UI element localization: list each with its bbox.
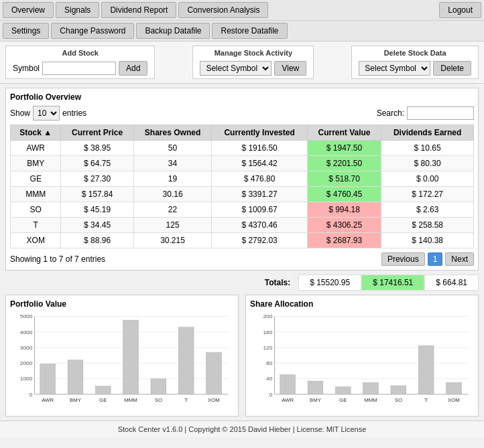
svg-text:GE: GE — [99, 397, 107, 403]
nav-backup-datafile[interactable]: Backup Datafile — [136, 23, 210, 39]
delete-stock-group: Delete Stock Data Select Symbol Delete — [351, 46, 479, 79]
totals-invested: $ 15520.95 — [298, 275, 361, 291]
totals-row: Totals: $ 15520.95 $ 17416.51 $ 664.81 — [5, 275, 479, 291]
svg-text:5000: 5000 — [20, 314, 33, 320]
entries-select[interactable]: 10 — [33, 106, 60, 121]
nav-dividend-report[interactable]: Dividend Report — [101, 2, 176, 18]
manage-stock-select[interactable]: Select Symbol — [200, 61, 271, 76]
table-row: MMM$ 157.8430.16$ 3391.27$ 4760.45$ 172.… — [11, 187, 474, 202]
table-row: T$ 34.45125$ 4370.46$ 4306.25$ 258.58 — [11, 218, 474, 233]
svg-text:0: 0 — [269, 392, 273, 398]
showing-text: Showing 1 to 7 of 7 entries — [10, 254, 105, 264]
footer: Stock Center v1.6.0 | Copyright © 2015 D… — [0, 421, 484, 437]
totals-label: Totals: — [257, 275, 298, 290]
search-box: Search: — [377, 106, 474, 120]
col-value: Current Value — [307, 125, 381, 141]
view-button[interactable]: View — [274, 61, 306, 76]
col-dividends: Dividends Earned — [381, 125, 474, 141]
delete-stock-label: Delete Stock Data — [384, 49, 446, 57]
pagination: Showing 1 to 7 of 7 entries Previous 1 N… — [10, 252, 474, 266]
svg-rect-52 — [446, 382, 462, 394]
nav-restore-datafile[interactable]: Restore Datafile — [212, 23, 287, 39]
chart1-area: 010002000300040005000AWRBMYGEMMMSOTXOM — [10, 311, 234, 412]
table-row: BMY$ 64.7534$ 1564.42$ 2201.50$ 80.30 — [11, 156, 474, 171]
show-entries: Show 10 entries — [10, 106, 86, 121]
svg-text:0: 0 — [29, 392, 33, 398]
symbol-label: Symbol — [13, 64, 40, 73]
svg-text:XOM: XOM — [208, 397, 220, 403]
chart2-title: Share Allocation — [250, 299, 474, 309]
portfolio-section: Portfolio Overview Show 10 entries Searc… — [5, 88, 479, 271]
page-number[interactable]: 1 — [428, 252, 443, 266]
add-stock-button[interactable]: Add — [119, 61, 147, 76]
chart2-area: 04080120160200AWRBMYGEMMMSOTXOM — [250, 311, 474, 412]
search-label: Search: — [377, 108, 404, 118]
nav-settings[interactable]: Settings — [3, 23, 49, 39]
table-row: GE$ 27.3019$ 476.80$ 518.70$ 0.00 — [11, 171, 474, 187]
col-price: Current Price — [61, 125, 133, 141]
nav-overview[interactable]: Overview — [3, 2, 54, 18]
add-stock-group: Add Stock Symbol Add — [5, 46, 155, 79]
search-input[interactable] — [407, 106, 474, 120]
prev-button[interactable]: Previous — [381, 252, 425, 266]
svg-rect-48 — [391, 386, 406, 394]
totals-dividends: $ 664.81 — [424, 275, 479, 291]
nav-bar-2: Settings Change Password Backup Datafile… — [0, 21, 484, 42]
svg-rect-40 — [280, 375, 296, 394]
nav-conversion-analysis[interactable]: Conversion Analysis — [178, 2, 268, 18]
portfolio-value-chart: Portfolio Value 010002000300040005000AWR… — [5, 295, 239, 417]
add-stock-label: Add Stock — [62, 49, 98, 57]
delete-stock-select[interactable]: Select Symbol — [359, 61, 430, 76]
top-section: Add Stock Symbol Add Manage Stock Activi… — [0, 42, 484, 84]
svg-text:BMY: BMY — [310, 397, 321, 403]
col-invested: Currently Invested — [212, 125, 307, 141]
charts-section: Portfolio Value 010002000300040005000AWR… — [5, 295, 479, 417]
svg-rect-21 — [151, 379, 166, 394]
svg-text:SO: SO — [155, 397, 163, 403]
manage-stock-label: Manage Stock Activity — [215, 49, 292, 57]
svg-rect-50 — [418, 346, 434, 394]
svg-text:MMM: MMM — [124, 397, 137, 403]
svg-rect-23 — [178, 327, 194, 394]
share-allocation-chart: Share Allocation 04080120160200AWRBMYGEM… — [245, 295, 479, 417]
svg-text:3000: 3000 — [20, 345, 33, 351]
svg-text:40: 40 — [266, 376, 273, 382]
nav-signals[interactable]: Signals — [56, 2, 99, 18]
svg-text:4000: 4000 — [20, 329, 33, 335]
svg-text:2000: 2000 — [20, 360, 33, 366]
entries-label: entries — [62, 108, 86, 118]
manage-stock-group: Manage Stock Activity Select Symbol View — [192, 46, 314, 79]
svg-rect-42 — [308, 381, 323, 394]
table-row: AWR$ 38.9550$ 1916.50$ 1947.50$ 10.65 — [11, 141, 474, 156]
totals-value: $ 17416.51 — [361, 275, 424, 291]
chart1-title: Portfolio Value — [10, 299, 234, 309]
next-button[interactable]: Next — [445, 252, 474, 266]
delete-button[interactable]: Delete — [433, 61, 471, 76]
symbol-input[interactable] — [42, 62, 116, 75]
svg-rect-15 — [68, 360, 83, 394]
svg-text:1000: 1000 — [20, 376, 33, 382]
table-row: SO$ 45.1922$ 1009.67$ 994.18$ 2.63 — [11, 202, 474, 218]
nav-logout[interactable]: Logout — [439, 2, 481, 18]
svg-rect-25 — [206, 352, 222, 394]
nav-bar-1: Overview Signals Dividend Report Convers… — [0, 0, 484, 21]
svg-text:MMM: MMM — [364, 397, 377, 403]
footer-text: Stock Center v1.6.0 | Copyright © 2015 D… — [118, 425, 367, 433]
svg-text:120: 120 — [263, 345, 273, 351]
svg-rect-44 — [335, 387, 351, 394]
portfolio-title: Portfolio Overview — [10, 92, 474, 102]
svg-rect-19 — [123, 320, 139, 394]
svg-text:GE: GE — [339, 397, 347, 403]
svg-rect-13 — [40, 364, 56, 394]
svg-text:AWR: AWR — [282, 397, 294, 403]
portfolio-controls: Show 10 entries Search: — [10, 106, 474, 121]
svg-text:SO: SO — [395, 397, 403, 403]
nav-change-password[interactable]: Change Password — [51, 23, 134, 39]
col-stock[interactable]: Stock ▲ — [11, 125, 61, 141]
svg-text:AWR: AWR — [42, 397, 54, 403]
portfolio-table: Stock ▲ Current Price Shares Owned Curre… — [10, 125, 474, 248]
show-label: Show — [10, 108, 30, 118]
svg-text:XOM: XOM — [448, 397, 460, 403]
svg-rect-46 — [363, 382, 379, 394]
svg-text:80: 80 — [266, 360, 273, 366]
